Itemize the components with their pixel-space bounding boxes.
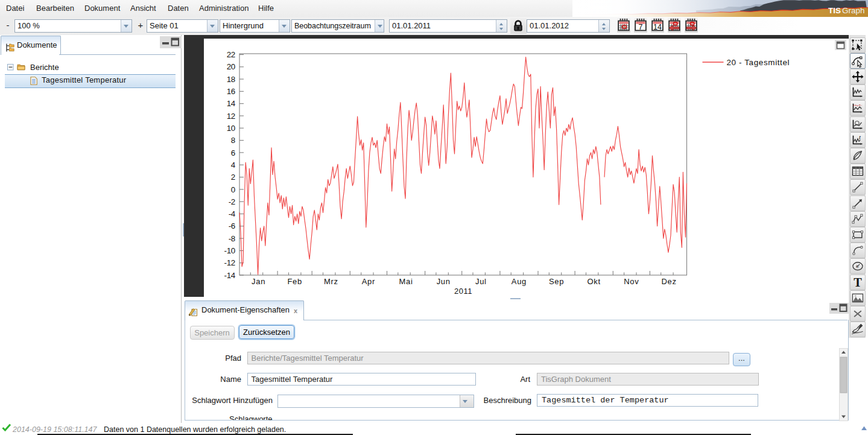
svg-text:Apr: Apr	[361, 277, 375, 286]
svg-text:Dez: Dez	[661, 277, 676, 286]
svg-text:Sep: Sep	[548, 277, 563, 286]
svg-text:-6: -6	[228, 221, 235, 230]
svg-text:0: 0	[230, 185, 235, 194]
svg-text:18: 18	[226, 74, 235, 83]
svg-text:10: 10	[226, 123, 235, 132]
svg-text:7: 7	[639, 23, 643, 31]
svg-text:8: 8	[230, 136, 235, 145]
svg-text:-8: -8	[228, 233, 235, 243]
svg-text:4: 4	[230, 160, 235, 169]
svg-text:-2: -2	[228, 197, 235, 206]
svg-text:-12: -12	[224, 258, 235, 267]
svg-text:b: b	[857, 265, 859, 269]
svg-text:Mai: Mai	[399, 277, 413, 286]
svg-text:Graph: Graph	[842, 6, 865, 15]
svg-text:Jul: Jul	[475, 277, 486, 286]
svg-text:Jan: Jan	[252, 277, 265, 286]
svg-text:t: t	[859, 134, 861, 141]
svg-text:Feb: Feb	[287, 277, 302, 286]
svg-text:6: 6	[230, 148, 235, 157]
svg-text:16: 16	[226, 87, 235, 96]
svg-text:12: 12	[226, 111, 235, 120]
svg-text:Mrz: Mrz	[323, 277, 338, 286]
svg-text:2011: 2011	[454, 286, 472, 295]
svg-text:2: 2	[230, 173, 235, 182]
svg-text:14: 14	[653, 23, 662, 31]
svg-text:TIS: TIS	[828, 6, 841, 15]
svg-text:-14: -14	[224, 270, 235, 279]
svg-text:20 - Tagesmittel: 20 - Tagesmittel	[726, 57, 790, 66]
svg-text:Aug: Aug	[511, 277, 526, 286]
svg-text:22: 22	[226, 50, 235, 59]
svg-text:-10: -10	[224, 246, 235, 255]
svg-text:Okt: Okt	[587, 277, 600, 286]
svg-text:20: 20	[226, 62, 235, 71]
svg-text:-4: -4	[228, 209, 235, 218]
svg-text:Nov: Nov	[624, 277, 639, 286]
svg-text:T: T	[854, 276, 862, 289]
svg-text:14: 14	[226, 99, 235, 108]
svg-text:Jun: Jun	[436, 277, 450, 286]
